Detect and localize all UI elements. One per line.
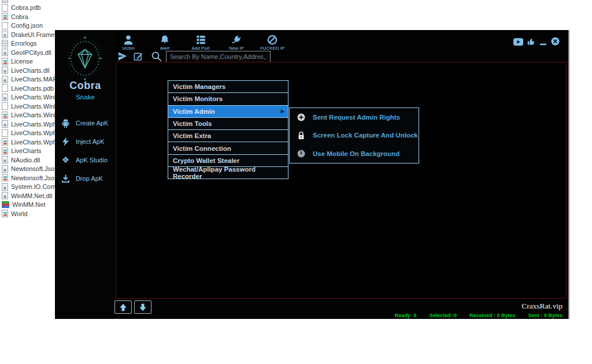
close-button[interactable] <box>551 37 560 46</box>
sidebar-item-label: ApK Studio <box>76 157 108 164</box>
context-menu-item[interactable]: Victim Monitors ▶ <box>168 92 288 105</box>
file-name: Errorlogs <box>11 40 37 47</box>
download-icon <box>61 174 71 184</box>
blocked-icon <box>267 35 278 45</box>
file-icon <box>2 210 8 217</box>
sidebar-item-create-apk[interactable]: Create ApK <box>61 117 116 129</box>
bell-icon <box>160 35 170 45</box>
screen: { "file_explorer": { "items": [ {"name":… <box>0 0 592 364</box>
plus-circle-icon <box>297 113 305 121</box>
context-menu-item-label: Victim Connection <box>173 145 231 152</box>
search-input[interactable] <box>166 51 271 62</box>
add-port-button[interactable]: Add Port <box>184 35 217 51</box>
file-icon <box>2 31 8 38</box>
context-menu-item[interactable]: Victim Admin ▶ <box>168 105 288 118</box>
victim-admin-submenu: Sent Request Admin Rights Screen Lock Ca… <box>289 107 419 164</box>
context-menu-item[interactable]: Victim Managers ▶ <box>168 80 288 93</box>
power-circle-icon <box>297 150 305 158</box>
file-icon <box>2 58 8 65</box>
window-controls <box>513 37 560 46</box>
file-icon <box>2 156 8 164</box>
file-name: World <box>11 210 28 217</box>
alert-button[interactable]: Alert <box>148 35 182 51</box>
plug-icon <box>231 35 242 45</box>
edit-icon[interactable] <box>134 51 143 61</box>
file-icon <box>2 0 8 3</box>
context-menu-item-label: Victim Monitors <box>173 95 223 102</box>
brand-url: CraxsRat.vip <box>521 302 563 311</box>
context-menu-item-label: Crypto Wallet Stealer <box>173 157 239 164</box>
context-menu-item-label: Victim Extra <box>173 132 211 139</box>
sidebar-item-inject-apk[interactable]: Inject ApK <box>61 135 116 148</box>
file-icon <box>2 192 8 199</box>
sidebar-item-label: Inject ApK <box>76 138 105 145</box>
context-menu-item[interactable]: Wechat/Aplipay Password Recorder ▶ <box>168 166 288 179</box>
file-icon <box>2 174 8 181</box>
file-name: WinMM.Net.dll <box>11 192 53 199</box>
submenu-item-label: Use Mobile On Background <box>313 150 399 157</box>
context-menu-item[interactable]: Victim Extra ▶ <box>168 129 288 142</box>
app-subtitle: Snake <box>55 94 116 101</box>
context-menu-item[interactable]: Victim Tools ▶ <box>168 117 288 130</box>
sidebar-item-label: Create ApK <box>76 120 108 127</box>
context-menu-item[interactable]: Victim Connection ▶ <box>168 142 288 154</box>
submenu-item-screen-lock[interactable]: Screen Lock Capture And Unlock <box>290 127 419 145</box>
status-item: Sent : 0 Bytes <box>528 313 563 318</box>
victim-button[interactable]: Victim <box>112 35 145 51</box>
send-icon[interactable] <box>117 51 128 61</box>
submenu-item-use-background[interactable]: Use Mobile On Background <box>290 144 419 163</box>
file-icon <box>2 94 8 101</box>
list-item[interactable]: Cobra <box>0 12 173 21</box>
submenu-item-label: Sent Request Admin Rights <box>313 114 400 121</box>
toolbar-label: Add Port <box>184 46 217 51</box>
thumbs-up-icon[interactable] <box>527 38 535 46</box>
file-icon <box>2 76 8 83</box>
file-icon <box>2 183 8 191</box>
submenu-item-request-admin[interactable]: Sent Request Admin Rights <box>290 108 419 127</box>
search-icon[interactable] <box>151 51 162 62</box>
scroll-up-button[interactable] <box>114 300 132 314</box>
file-icon <box>2 102 8 110</box>
cobra-gem-logo-icon <box>62 35 108 82</box>
file-icon <box>2 66 8 74</box>
play-button[interactable] <box>513 38 523 46</box>
victim-context-menu: Victim Managers ▶ Victim Monitors ▶ Vict… <box>168 81 288 179</box>
file-icon <box>2 84 8 92</box>
sidebar: Cobra Snake Create ApK <box>55 30 116 319</box>
context-menu-item-label: Victim Tools <box>173 120 212 127</box>
context-menu-item-label: Victim Managers <box>173 83 225 90</box>
file-name: Cobra.pdb <box>11 4 40 11</box>
file-name: WinMM.Net <box>12 201 45 208</box>
submenu-item-label: Screen Lock Capture And Unlock <box>313 132 418 139</box>
toolbar-label: Victim <box>112 46 145 51</box>
context-menu-item[interactable]: Crypto Wallet Stealer ▶ <box>168 154 288 167</box>
list-item[interactable]: Cobra.pdb <box>0 3 173 13</box>
file-icon <box>2 49 8 56</box>
file-name: NAudio.dll <box>11 157 40 164</box>
status-item: Selected :0 <box>429 313 457 318</box>
file-name: LiveCharts <box>11 147 42 154</box>
file-name: LiveCharts.dll <box>11 67 50 74</box>
file-name: Newtonsoft.Json <box>11 174 58 181</box>
sidebar-item-drop-apk[interactable]: Drop ApK <box>61 172 116 185</box>
file-icon <box>2 112 8 119</box>
file-name: License <box>11 58 33 65</box>
person-icon <box>123 35 134 45</box>
minimize-button[interactable] <box>539 38 547 46</box>
fucked-ip-button[interactable]: FUCKED IP <box>256 35 289 51</box>
file-icon <box>2 13 8 20</box>
scroll-down-button[interactable] <box>134 300 151 314</box>
sidebar-item-label: Drop ApK <box>76 175 103 182</box>
toolbar-label: New IP <box>220 46 253 51</box>
list-item[interactable]: Config.json <box>0 21 173 31</box>
toolbar-label: Alert <box>148 46 182 51</box>
status-item: Ready: 0 <box>395 313 417 318</box>
new-ip-button[interactable]: New IP <box>220 35 253 51</box>
file-name: GeoIPCitys.dll <box>11 49 51 56</box>
file-icon <box>2 147 8 155</box>
status-item: Received : 0 Bytes <box>469 313 516 318</box>
sidebar-item-apk-studio[interactable]: ❖ ApK Studio <box>61 154 116 166</box>
android-icon <box>61 118 71 128</box>
submenu-arrow-icon: ▶ <box>281 109 284 114</box>
lightning-icon <box>61 136 71 147</box>
